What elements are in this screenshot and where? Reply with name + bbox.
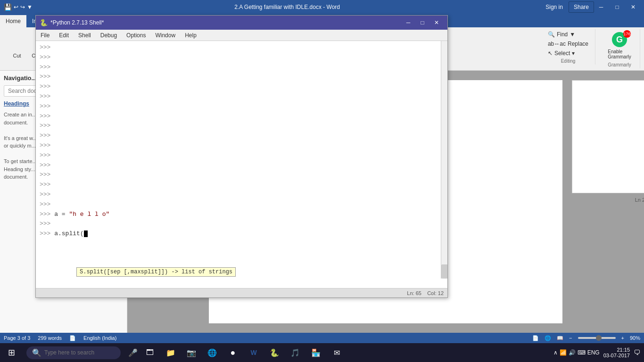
idle-menu-file[interactable]: File bbox=[36, 31, 54, 40]
taskbar-music-icon[interactable]: 🎵 bbox=[287, 344, 304, 361]
idle-menu-shell[interactable]: Shell bbox=[74, 31, 96, 40]
shell-line-13: >>> bbox=[40, 161, 444, 171]
idle-menu-window[interactable]: Window bbox=[150, 31, 180, 40]
taskbar-mail-icon[interactable]: ✉ bbox=[328, 344, 345, 361]
view-print-icon[interactable]: 📄 bbox=[532, 335, 539, 341]
taskbar-notification-icon[interactable]: 🗨 bbox=[634, 349, 640, 356]
shell-prompt-empty3: >>> bbox=[40, 190, 444, 200]
share-button[interactable]: Share bbox=[569, 1, 594, 13]
idle-menu: File Edit Shell Debug Options Window Hel… bbox=[36, 30, 447, 41]
autocomplete-text: S.split([sep [,maxsplit]]) -> list of st… bbox=[80, 269, 232, 275]
sign-in-button[interactable]: Sign in bbox=[542, 2, 567, 12]
editing-buttons: 🔍 Find ▼ ab↔ac Replace ↖ Select ▾ bbox=[545, 30, 591, 58]
idle-titlebar-controls: ─ □ ✕ bbox=[401, 17, 444, 28]
find-dropdown-icon[interactable]: ▼ bbox=[570, 31, 575, 38]
zoom-level: 90% bbox=[630, 335, 640, 341]
taskbar-search: 🔍 bbox=[26, 346, 121, 359]
save-icon[interactable]: 💾 bbox=[4, 3, 12, 11]
shell-scrollbar[interactable] bbox=[441, 41, 447, 279]
zoom-in-icon[interactable]: + bbox=[621, 335, 624, 341]
redo-icon[interactable]: ↪ bbox=[20, 4, 25, 10]
shell-line-6: >>> bbox=[40, 92, 444, 102]
word-title: 2.A Getting familiar with IDLE.docx - Wo… bbox=[33, 4, 542, 10]
shell-prompt-empty1: >>> bbox=[40, 170, 444, 180]
idle-col: Col: 12 bbox=[427, 290, 444, 296]
taskbar-network-icon[interactable]: 📶 bbox=[560, 349, 567, 356]
zoom-thumb[interactable] bbox=[596, 335, 602, 341]
idle-menu-help[interactable]: Help bbox=[180, 31, 201, 40]
word-titlebar: 💾 ↩ ↪ ▼ 2.A Getting familiar with IDLE.d… bbox=[0, 0, 644, 14]
grammarly-badge: G 176 bbox=[612, 32, 627, 47]
taskbar-task-view-icon[interactable]: 🗔 bbox=[141, 344, 158, 361]
idle-maximize-button[interactable]: □ bbox=[415, 17, 429, 28]
idle-titlebar: 🐍 *Python 2.7.13 Shell* ─ □ ✕ bbox=[36, 16, 447, 30]
status-right: 📄 🌐 📖 − + 90% bbox=[532, 335, 640, 341]
shell-line-11: >>> bbox=[40, 141, 444, 151]
undo-icon[interactable]: ↩ bbox=[14, 4, 18, 10]
taskbar-word-icon[interactable]: W bbox=[245, 344, 262, 361]
find-button[interactable]: 🔍 Find ▼ bbox=[545, 30, 591, 39]
replace-button[interactable]: ab↔ac Replace bbox=[545, 40, 591, 48]
shell-line-assign: >>> a = "h e l l o" bbox=[40, 210, 444, 220]
word-minimize-button[interactable]: ─ bbox=[594, 2, 608, 12]
idle-menu-edit[interactable]: Edit bbox=[54, 31, 74, 40]
grammarly-button[interactable]: G 176 EnableGrammarly bbox=[603, 30, 636, 61]
taskbar-volume-icon[interactable]: 🔊 bbox=[569, 349, 576, 356]
idle-shell[interactable]: >>> >>> >>> >>> >>> >>> >>> >>> >>> >>> … bbox=[36, 41, 447, 288]
idle-minimize-button[interactable]: ─ bbox=[401, 17, 415, 28]
shell-line-5: >>> bbox=[40, 82, 444, 92]
taskbar-expand-icon[interactable]: ∧ bbox=[553, 349, 558, 356]
idle-menu-options[interactable]: Options bbox=[122, 31, 150, 40]
taskbar: ⊞ 🔍 🎤 🗔 📁 📷 🌐 ● W 🐍 🎵 🏪 ✉ ∧ 📶 🔊 ⌨ ENG 21… bbox=[0, 343, 644, 362]
idle-status-ln-col: Ln: 65 Col: 12 bbox=[407, 290, 444, 296]
idle-menu-debug[interactable]: Debug bbox=[96, 31, 122, 40]
taskbar-right: ∧ 📶 🔊 ⌨ ENG 21:15 03-07-2017 🗨 bbox=[553, 347, 644, 358]
search-icon: 🔍 bbox=[32, 348, 41, 357]
shell-line-7: >>> bbox=[40, 102, 444, 112]
editing-group: 🔍 Find ▼ ab↔ac Replace ↖ Select ▾ Editin… bbox=[541, 29, 595, 65]
replace-icon: ab↔ac bbox=[548, 41, 566, 47]
shell-line-12: >>> bbox=[40, 151, 444, 161]
view-web-icon[interactable]: 🌐 bbox=[545, 335, 551, 341]
taskbar-photos-icon[interactable]: 📷 bbox=[183, 344, 200, 361]
taskbar-keyboard-icon[interactable]: ⌨ bbox=[578, 349, 586, 356]
shell-line-split: >>> a.split( bbox=[40, 229, 444, 239]
tab-home[interactable]: Home bbox=[0, 15, 26, 27]
right-doc-panel: Ln 23 Col 4 bbox=[572, 80, 644, 203]
taskbar-python-icon[interactable]: 🐍 bbox=[266, 344, 283, 361]
taskbar-search-input[interactable] bbox=[44, 349, 110, 356]
taskbar-cortana-icon[interactable]: 🎤 bbox=[124, 344, 141, 361]
taskbar-chrome-icon[interactable]: ● bbox=[224, 344, 241, 361]
status-words: 299 words bbox=[38, 335, 62, 341]
editing-label: Editing bbox=[561, 58, 576, 64]
taskbar-edge-icon[interactable]: 🌐 bbox=[204, 344, 221, 361]
grammarly-label: EnableGrammarly bbox=[608, 49, 631, 59]
taskbar-datetime[interactable]: 21:15 03-07-2017 bbox=[603, 347, 630, 358]
taskbar-lang-icon[interactable]: ENG bbox=[587, 349, 600, 356]
word-close-button[interactable]: ✕ bbox=[626, 2, 640, 12]
shell-line-1: >>> bbox=[40, 43, 444, 53]
zoom-slider[interactable] bbox=[578, 337, 616, 339]
view-read-icon[interactable]: 📖 bbox=[557, 335, 563, 341]
taskbar-pinned-icons: 📁 📷 🌐 ● W 🐍 🎵 🏪 ✉ bbox=[162, 344, 345, 361]
taskbar-time-display: 21:15 bbox=[603, 347, 630, 353]
taskbar-store-icon[interactable]: 🏪 bbox=[307, 344, 324, 361]
idle-titlebar-icon: 🐍 bbox=[40, 19, 48, 26]
cut-button[interactable]: Cut bbox=[8, 51, 26, 60]
select-button[interactable]: ↖ Select ▾ bbox=[545, 49, 591, 58]
shell-scrollbar-thumb[interactable] bbox=[441, 264, 447, 279]
start-button[interactable]: ⊞ bbox=[0, 343, 23, 362]
taskbar-file-explorer-icon[interactable]: 📁 bbox=[162, 344, 179, 361]
doc-ln-col: Ln 23 Col 4 bbox=[572, 197, 644, 203]
shell-line-9: >>> bbox=[40, 121, 444, 131]
taskbar-date-display: 03-07-2017 bbox=[603, 353, 630, 358]
autocomplete-tooltip: S.split([sep [,maxsplit]]) -> list of st… bbox=[76, 267, 236, 277]
shell-line-after-assign: >>> bbox=[40, 219, 444, 229]
word-maximize-button[interactable]: □ bbox=[610, 2, 624, 12]
taskbar-sys-icons: ∧ 📶 🔊 ⌨ ENG bbox=[553, 349, 600, 356]
zoom-out-icon[interactable]: − bbox=[569, 335, 572, 341]
idle-titlebar-title: *Python 2.7.13 Shell* bbox=[50, 19, 401, 26]
dropdown-icon[interactable]: ▼ bbox=[27, 4, 33, 10]
word-titlebar-left: 💾 ↩ ↪ ▼ bbox=[4, 3, 33, 11]
idle-close-button[interactable]: ✕ bbox=[429, 17, 444, 28]
